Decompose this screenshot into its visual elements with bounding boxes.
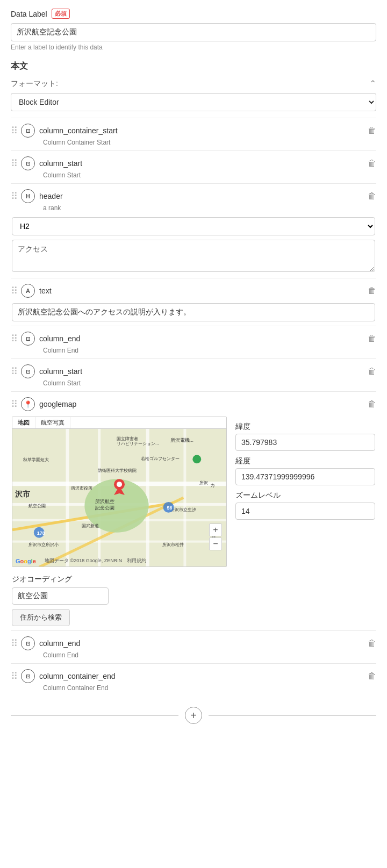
delete-block-5-button[interactable]: 🗑 [368,334,376,343]
svg-text:リハビリテーション...: リハビリテーション... [117,441,159,446]
geocoding-search-button[interactable]: 住所から検索 [12,609,70,626]
block-sublabel: Column End [43,347,376,354]
drag-handle[interactable]: ⠿ [11,286,17,296]
block-column-start-1: ⠿ ⊡ column_start 🗑 Column Start [11,150,376,183]
svg-text:所沢市松井: 所沢市松井 [162,542,184,547]
delete-block-4-button[interactable]: 🗑 [368,286,376,296]
latitude-label: 緯度 [235,422,375,432]
body-section-title: 本文 [11,61,376,72]
map-copyright: 地図データ ©2018 Google, ZENRIN 利用規約 [45,557,146,564]
svg-text:記念公園: 記念公園 [95,505,114,511]
column-start-2-icon: ⊡ [21,364,35,378]
block-name: column_start [39,159,82,168]
google-logo: Google [16,558,36,564]
block-sublabel: Column Container End [43,684,376,692]
map-tab-row: 地図 航空写真 [12,417,226,429]
svg-text:178: 178 [37,530,45,536]
svg-text:国立障害者: 国立障害者 [117,436,138,441]
collapse-icon[interactable]: ⌃ [369,78,376,89]
delete-block-7-button[interactable]: 🗑 [368,399,376,409]
block-column-container-start: ⠿ ⊡ column_container_start 🗑 Column Cont… [11,118,376,150]
map-right-panel: 緯度 経度 ズームレベル [235,417,375,626]
delete-block-2-button[interactable]: 🗑 [368,159,376,168]
svg-text:若松ゴルフセンター: 若松ゴルフセンター [141,456,180,461]
map-zoom-controls: + − [209,523,222,550]
longitude-label: 経度 [235,456,375,466]
geocoding-label: ジオコーディング [12,575,227,584]
drag-handle[interactable]: ⠿ [11,126,17,135]
map-tab-aerial[interactable]: 航空写真 [35,417,70,428]
block-name: googlemap [39,400,76,408]
add-block-button[interactable]: + [185,707,202,724]
text-block-input[interactable] [12,303,375,321]
svg-text:所沢市立生汐: 所沢市立生汐 [170,507,196,512]
svg-rect-8 [183,429,186,566]
geocoding-input[interactable] [12,587,109,605]
drag-handle[interactable]: ⠿ [11,159,17,168]
svg-text:所沢市立所沢小: 所沢市立所沢小 [28,542,59,547]
map-tab-map[interactable]: 地図 [12,417,35,428]
geocoding-section: ジオコーディング 住所から検索 [12,575,227,626]
googlemap-icon: 📍 [21,397,35,411]
block-column-end-2: ⠿ ⊡ column_end 🗑 Column End [11,630,376,663]
map-container: 地図 航空写真 [12,417,227,567]
drag-handle[interactable]: ⠿ [11,639,17,648]
svg-text:カ: カ [210,483,215,488]
block-name: column_end [39,334,80,343]
delete-block-8-button[interactable]: 🗑 [368,639,376,648]
format-label: フォーマット: [11,79,58,89]
drag-handle[interactable]: ⠿ [11,334,17,343]
block-header: ⠿ H header 🗑 a rank H1 H2 H3 H4 H5 H6 アク… [11,183,376,278]
format-select[interactable]: Block Editor Rich Text Plain Text [11,93,376,111]
block-name: column_start [39,367,82,376]
block-googlemap: ⠿ 📍 googlemap 🗑 地図 航空写真 [11,391,376,630]
data-label-hint: Enter a label to identify this data [11,44,376,51]
block-sublabel: Column Start [43,379,376,387]
drag-handle[interactable]: ⠿ [11,671,17,681]
drag-handle[interactable]: ⠿ [11,399,17,409]
svg-text:防衛医科大学校病院: 防衛医科大学校病院 [98,468,137,473]
delete-block-1-button[interactable]: 🗑 [368,126,376,135]
delete-block-3-button[interactable]: 🗑 [368,191,376,201]
required-badge: 必須 [52,9,70,19]
map-zoom-in-button[interactable]: + [209,523,222,536]
delete-block-6-button[interactable]: 🗑 [368,367,376,376]
header-text-input[interactable]: アクセス [12,240,375,272]
add-block-line-right [209,715,376,716]
svg-text:沢市: 沢市 [15,490,31,498]
svg-point-34 [117,482,122,487]
block-name: column_end [39,639,80,648]
block-sublabel: a rank [43,204,376,212]
delete-block-9-button[interactable]: 🗑 [368,671,376,681]
block-name: header [39,192,63,200]
add-block-row: + [11,707,376,724]
svg-point-35 [192,455,201,463]
longitude-input[interactable] [235,468,375,485]
block-text: ⠿ A text 🗑 [11,278,376,326]
map-background: 所沢航空 記念公園 所沢電機... 国立障害者 リハビリテーション... 若松ゴ… [12,429,226,566]
svg-text:所沢: 所沢 [199,480,208,485]
block-column-container-end: ⠿ ⊡ column_container_end 🗑 Column Contai… [11,663,376,696]
svg-text:航空公園: 航空公園 [28,504,46,508]
block-sublabel: Column Container Start [43,139,376,146]
block-name: text [39,286,52,295]
svg-text:国武新道: 国武新道 [82,523,99,528]
svg-text:所沢航空: 所沢航空 [95,499,114,504]
zoom-level-input[interactable] [235,503,375,520]
data-label-input[interactable] [11,23,376,41]
header-rank-select[interactable]: H1 H2 H3 H4 H5 H6 [12,217,375,235]
header-icon: H [21,189,35,203]
map-zoom-out-button[interactable]: − [209,537,222,550]
block-name: column_container_end [39,672,116,680]
column-start-icon: ⊡ [21,156,35,170]
drag-handle[interactable]: ⠿ [11,191,17,201]
column-container-start-icon: ⊡ [21,124,35,138]
drag-handle[interactable]: ⠿ [11,367,17,376]
block-name: column_container_start [39,126,118,135]
svg-text:所沢電機...: 所沢電機... [170,437,194,443]
data-label-title: Data Label [11,10,47,18]
svg-text:56: 56 [167,505,173,511]
text-icon: A [21,284,35,298]
latitude-input[interactable] [235,434,375,451]
zoom-level-label: ズームレベル [235,491,375,500]
